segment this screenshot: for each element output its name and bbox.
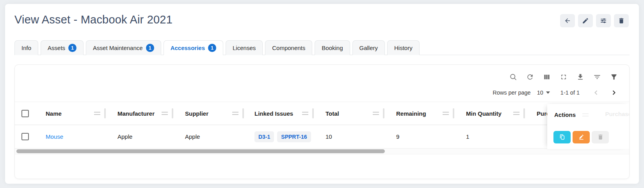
header-supplier[interactable]: Supplier <box>174 102 245 125</box>
filter-list-icon[interactable] <box>593 73 601 81</box>
accessories-table: Name Manufacturer Supplier Linked Issues… <box>15 102 629 154</box>
tab-label: Booking <box>322 45 343 51</box>
column-resize-bar[interactable] <box>383 108 384 118</box>
chevron-down-icon <box>546 91 550 94</box>
download-icon[interactable] <box>576 73 584 81</box>
accessories-table-panel: Rows per page 10 1-1 of 1 <box>14 64 630 179</box>
min-quantity-value: 1 <box>466 133 469 140</box>
card-header: View Asset - Macbook Air 2021 <box>14 13 630 27</box>
view-asset-card: View Asset - Macbook Air 2021 <box>5 4 639 184</box>
column-drag-handle[interactable] <box>162 112 168 115</box>
horizontal-scrollbar-thumb[interactable] <box>16 149 385 153</box>
settings-button[interactable] <box>596 14 611 27</box>
header-linked-issues[interactable]: Linked Issues <box>245 102 315 125</box>
header-name[interactable]: Name <box>40 102 107 125</box>
table-row: Mouse Apple Apple D3-1 SPPRT-16 10 9 <box>15 125 629 149</box>
column-drag-handle <box>582 113 589 116</box>
chevron-left-icon <box>592 89 600 97</box>
column-drag-handle[interactable] <box>302 112 308 115</box>
pagination-range: 1-1 of 1 <box>560 90 580 96</box>
page-title: View Asset - Macbook Air 2021 <box>14 13 173 26</box>
actions-header: Actions Purchase <box>547 104 629 125</box>
tab-history[interactable]: History <box>387 40 420 55</box>
column-resize-bar[interactable] <box>104 108 106 118</box>
trash-icon <box>618 17 625 24</box>
column-drag-handle[interactable] <box>94 112 100 115</box>
column-resize-bar[interactable] <box>523 108 525 118</box>
column-resize-bar[interactable] <box>312 108 314 118</box>
header-remaining[interactable]: Remaining <box>385 102 455 125</box>
sliders-icon <box>600 17 607 24</box>
tab-asset-maintenance[interactable]: Asset Maintenance1 <box>86 40 161 55</box>
column-label: Remaining <box>396 110 426 117</box>
header-manufacturer[interactable]: Manufacturer <box>107 102 174 125</box>
table-toolbar <box>15 65 629 81</box>
tab-info[interactable]: Info <box>14 40 38 55</box>
column-label: Min Quantity <box>466 110 502 117</box>
column-label: Supplier <box>185 110 208 117</box>
header-min-quantity[interactable]: Min Quantity <box>455 102 526 125</box>
tab-accessories[interactable]: Accessories1 <box>164 40 223 55</box>
delete-row-button[interactable] <box>592 131 609 143</box>
column-drag-handle[interactable] <box>232 112 238 115</box>
column-label: Linked Issues <box>254 110 293 117</box>
table-header-row: Name Manufacturer Supplier Linked Issues… <box>15 102 629 125</box>
row-total-cell: 10 <box>315 125 385 148</box>
tab-gallery[interactable]: Gallery <box>352 40 385 55</box>
header-total[interactable]: Total <box>315 102 385 125</box>
column-resize-bar[interactable] <box>242 108 244 118</box>
columns-icon[interactable] <box>543 73 551 81</box>
row-min-quantity-cell: 1 <box>455 125 526 148</box>
tab-booking[interactable]: Booking <box>315 40 350 55</box>
tab-badge: 1 <box>146 44 154 52</box>
rows-per-page-label: Rows per page <box>493 90 531 96</box>
arrow-left-icon <box>564 17 571 24</box>
linked-issue-chip[interactable]: SPPRT-16 <box>277 131 311 142</box>
search-icon[interactable] <box>509 73 517 81</box>
back-button[interactable] <box>560 14 575 27</box>
tab-licenses[interactable]: Licenses <box>226 40 263 55</box>
row-supplier-cell: Apple <box>174 125 245 148</box>
pencil-icon <box>582 17 589 24</box>
actions-column-label: Actions <box>554 111 576 118</box>
column-resize-bar[interactable] <box>172 108 173 118</box>
tab-bar: Info Assets1 Asset Maintenance1 Accessor… <box>14 40 630 55</box>
tab-assets[interactable]: Assets1 <box>41 40 84 55</box>
header-checkbox-cell <box>15 102 40 125</box>
linked-issue-chip[interactable]: D3-1 <box>254 131 274 142</box>
tab-badge: 1 <box>68 44 76 52</box>
page-size-value: 10 <box>537 90 543 96</box>
clone-button[interactable] <box>553 131 571 143</box>
ghost-purchase-label: Purchase <box>605 111 629 117</box>
refresh-icon[interactable] <box>526 73 534 81</box>
previous-page-button[interactable] <box>592 89 600 97</box>
edit-asset-button[interactable] <box>578 14 593 27</box>
horizontal-scrollbar <box>15 149 629 154</box>
fullscreen-icon[interactable] <box>560 73 568 81</box>
next-page-button[interactable] <box>610 89 618 97</box>
column-resize-bar[interactable] <box>453 108 454 118</box>
tab-components[interactable]: Components <box>265 40 312 55</box>
supplier-value: Apple <box>185 133 200 140</box>
tab-badge: 1 <box>208 44 216 52</box>
column-label: Total <box>326 110 339 117</box>
delete-asset-button[interactable] <box>614 14 629 27</box>
edit-row-button[interactable] <box>573 131 590 143</box>
pagination-bar: Rows per page 10 1-1 of 1 <box>15 81 629 97</box>
total-value: 10 <box>326 133 332 140</box>
accessory-name-link[interactable]: Mouse <box>46 133 63 140</box>
column-drag-handle[interactable] <box>513 112 519 115</box>
row-manufacturer-cell: Apple <box>107 125 174 148</box>
column-drag-handle[interactable] <box>443 112 449 115</box>
column-drag-handle[interactable] <box>373 112 379 115</box>
copy-icon <box>559 134 566 140</box>
page-size-select[interactable]: 10 <box>537 90 550 96</box>
select-all-checkbox[interactable] <box>21 110 29 117</box>
tab-label: Asset Maintenance <box>93 45 143 51</box>
tab-label: Assets <box>48 45 65 51</box>
row-actions <box>547 125 629 149</box>
tab-label: Gallery <box>359 45 378 51</box>
filter-funnel-icon[interactable] <box>610 73 618 81</box>
row-checkbox[interactable] <box>21 133 29 140</box>
tab-label: Licenses <box>233 45 256 51</box>
